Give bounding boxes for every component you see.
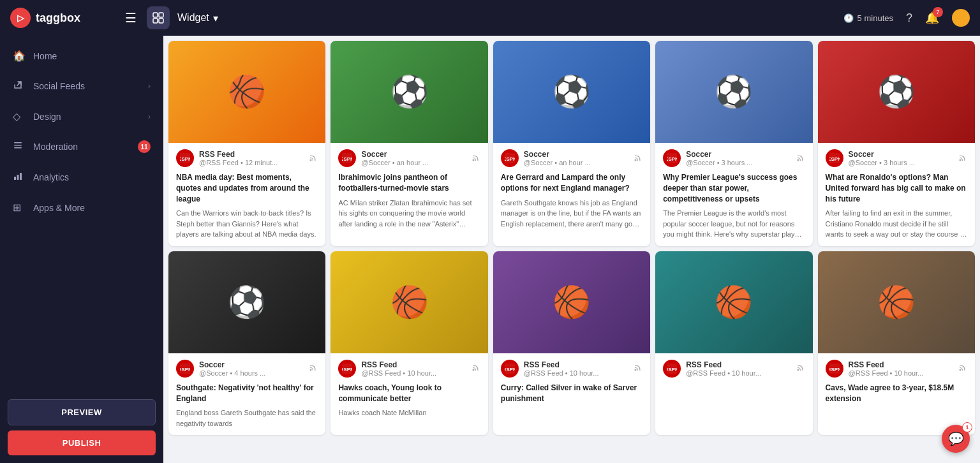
chevron-right-icon: › xyxy=(148,82,151,91)
share-icon xyxy=(13,80,26,92)
sidebar-item-design[interactable]: ◇ Design › xyxy=(0,101,163,131)
help-button[interactable]: ? xyxy=(906,11,912,25)
source-avatar-2: ESPN xyxy=(338,149,356,167)
card-source-1: ESPN RSS Feed @RSS Feed • 12 minut... xyxy=(176,149,318,167)
card-body-7: ESPN RSS Feed @RSS Feed • 10 hour... Haw… xyxy=(330,353,487,425)
source-handle-10: @RSS Feed • 10 hour... xyxy=(849,369,953,377)
cards-grid: 🏀 ESPN RSS Feed @RSS Feed • 12 minut... xyxy=(168,41,975,435)
card-desc-7: Hawks coach Nate McMillan xyxy=(338,408,480,418)
logo-icon: ▷ xyxy=(10,8,31,28)
card-title-6: Southgate: Negativity 'not healthy' for … xyxy=(176,383,318,404)
card-source-3: ESPN Soccer @Soccer • an hour ... xyxy=(501,149,642,167)
svg-rect-1 xyxy=(159,13,163,17)
source-name-2: Soccer xyxy=(361,150,466,159)
card-image-10: 🏀 xyxy=(818,251,975,353)
source-name-7: RSS Feed xyxy=(361,360,466,369)
widget-dropdown[interactable]: Widget ▾ xyxy=(177,12,218,24)
svg-rect-4 xyxy=(14,142,22,143)
card-source-2: ESPN Soccer @Soccer • an hour ... xyxy=(338,149,480,167)
source-handle-2: @Soccer • an hour ... xyxy=(361,159,466,166)
sidebar-item-home[interactable]: 🏠 Home xyxy=(0,41,163,71)
source-info-9: RSS Feed @RSS Feed • 10 hour... xyxy=(686,360,791,377)
source-name-9: RSS Feed xyxy=(686,360,791,369)
source-handle-3: @Soccer • an hour ... xyxy=(524,159,628,166)
source-handle-6: @Soccer • 4 hours ... xyxy=(199,369,304,377)
svg-point-12 xyxy=(310,159,312,161)
source-name-5: Soccer xyxy=(849,150,953,159)
card-image-8: 🏀 xyxy=(493,251,650,353)
sidebar-item-analytics-label: Analytics xyxy=(33,172,151,182)
rss-icon-10 xyxy=(958,363,967,374)
source-avatar-3: ESPN xyxy=(501,149,519,167)
source-info-3: Soccer @Soccer • an hour ... xyxy=(524,150,628,166)
analytics-icon xyxy=(13,171,26,184)
svg-point-24 xyxy=(959,159,961,161)
sidebar-item-social-feeds-label: Social Feeds xyxy=(33,81,140,91)
rss-icon-9 xyxy=(796,363,805,374)
source-avatar-9: ESPN xyxy=(663,360,681,378)
card-body-3: ESPN Soccer @Soccer • an hour ... Are Ge… xyxy=(493,143,650,235)
svg-rect-7 xyxy=(14,177,16,180)
menu-button[interactable]: ☰ xyxy=(122,8,139,28)
rss-icon-6 xyxy=(309,363,318,374)
sidebar-item-moderation-label: Moderation xyxy=(33,142,130,152)
svg-rect-9 xyxy=(20,173,22,180)
notifications-button[interactable]: 🔔 7 xyxy=(925,11,939,25)
preview-button[interactable]: PREVIEW xyxy=(8,399,156,425)
sidebar-item-apps-more-label: Apps & More xyxy=(33,203,151,213)
sidebar-item-social-feeds[interactable]: Social Feeds › xyxy=(0,71,163,101)
timer-label: 5 minutes xyxy=(858,13,893,23)
sidebar-item-analytics[interactable]: Analytics xyxy=(0,162,163,193)
card-body-9: ESPN RSS Feed @RSS Feed • 10 hour... xyxy=(655,353,812,389)
svg-rect-2 xyxy=(153,18,158,23)
publish-button[interactable]: PUBLISH xyxy=(8,430,156,455)
source-handle-8: @RSS Feed • 10 hour... xyxy=(524,369,628,377)
svg-point-30 xyxy=(472,369,474,371)
source-name-1: RSS Feed xyxy=(199,150,304,159)
chat-bubble[interactable]: 💬 1 xyxy=(942,425,970,453)
card-source-7: ESPN RSS Feed @RSS Feed • 10 hour... xyxy=(338,360,480,378)
rss-icon-2 xyxy=(471,153,480,164)
source-name-8: RSS Feed xyxy=(524,360,628,369)
svg-point-36 xyxy=(797,369,799,371)
sidebar-item-design-label: Design xyxy=(33,112,140,122)
svg-point-18 xyxy=(635,159,637,161)
source-info-1: RSS Feed @RSS Feed • 12 minut... xyxy=(199,150,304,166)
sidebar-footer: PREVIEW PUBLISH xyxy=(0,392,163,463)
card-title-1: NBA media day: Best moments, quotes and … xyxy=(176,172,318,204)
source-info-8: RSS Feed @RSS Feed • 10 hour... xyxy=(524,360,628,377)
source-avatar-7: ESPN xyxy=(338,360,356,378)
svg-text:ESPN: ESPN xyxy=(829,367,840,372)
source-name-6: Soccer xyxy=(199,360,304,369)
source-name-10: RSS Feed xyxy=(849,360,953,369)
svg-rect-8 xyxy=(17,175,19,180)
card-body-2: ESPN Soccer @Soccer • an hour ... Ibrahi… xyxy=(330,143,487,235)
source-avatar-6: ESPN xyxy=(176,360,194,378)
card-8: 🏀 ESPN RSS Feed @RSS Feed • 10 hour... xyxy=(493,251,650,436)
header-center: ☰ Widget ▾ xyxy=(122,6,833,29)
svg-text:ESPN: ESPN xyxy=(342,367,352,372)
rss-icon-7 xyxy=(471,363,480,374)
card-desc-6: England boss Gareth Southgate has said t… xyxy=(176,408,318,429)
card-body-1: ESPN RSS Feed @RSS Feed • 12 minut... NB… xyxy=(168,143,325,246)
card-title-3: Are Gerrard and Lampard the only options… xyxy=(501,172,642,194)
card-source-6: ESPN Soccer @Soccer • 4 hours ... xyxy=(176,360,318,378)
card-body-8: ESPN RSS Feed @RSS Feed • 10 hour... Cur… xyxy=(493,353,650,415)
card-4: ⚽ ESPN Soccer @Soccer • 3 hours ... xyxy=(655,41,812,246)
sidebar-item-apps-more[interactable]: ⊞ Apps & More xyxy=(0,193,163,223)
widget-icon xyxy=(147,6,170,29)
user-avatar-button[interactable] xyxy=(952,9,970,27)
source-info-4: Soccer @Soccer • 3 hours ... xyxy=(686,150,791,166)
card-10: 🏀 ESPN RSS Feed @RSS Feed • 10 hour... xyxy=(818,251,975,436)
card-image-7: 🏀 xyxy=(330,251,487,353)
sidebar-item-moderation[interactable]: Moderation 11 xyxy=(0,131,163,162)
card-2: ⚽ ESPN Soccer @Soccer • an hour ... xyxy=(330,41,487,246)
header-right: 🕐 5 minutes ? 🔔 7 xyxy=(843,9,970,27)
chevron-right-icon-2: › xyxy=(148,112,151,121)
rss-icon-4 xyxy=(796,153,805,164)
card-desc-3: Gareth Southgate knows his job as Englan… xyxy=(501,198,642,230)
rss-icon-5 xyxy=(958,153,967,164)
source-info-2: Soccer @Soccer • an hour ... xyxy=(361,150,466,166)
svg-point-21 xyxy=(797,159,799,161)
card-source-4: ESPN Soccer @Soccer • 3 hours ... xyxy=(663,149,805,167)
